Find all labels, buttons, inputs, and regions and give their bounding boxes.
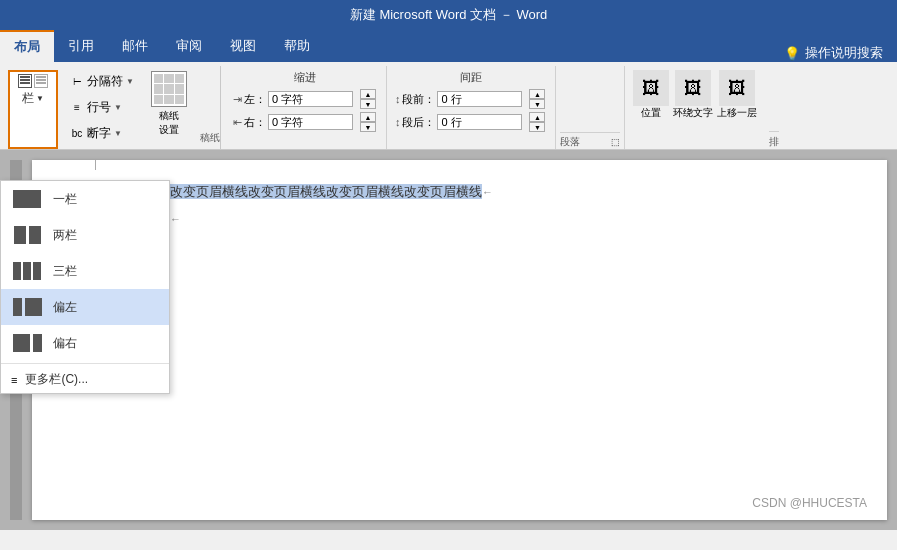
dropdown-item-two-col[interactable]: 两栏 (1, 217, 169, 253)
hyphenation-button[interactable]: bc 断字 ▼ (66, 124, 138, 143)
spacing-after-input[interactable] (437, 114, 522, 130)
paper-group-label: 稿纸 (200, 131, 220, 145)
text-block-selected: 改变页眉横线改变页眉横线改变页眉横线改变页眉横线改变页眉横线← (92, 180, 827, 203)
paragraph-group-label: 段落 (560, 135, 580, 149)
more-cols-icon: ≡ (11, 374, 17, 386)
position-button[interactable]: 🖼 位置 (633, 70, 669, 120)
page-content: 改变页眉横线改变页眉横线改变页眉横线改变页眉横线改变页眉横线← 改变页眉横线← … (92, 180, 827, 347)
right-col-icon (11, 331, 43, 355)
hyphenation-arrow: ▼ (114, 129, 122, 138)
watermark: CSDN @HHUCESTA (752, 496, 867, 510)
tab-bangzhu[interactable]: 帮助 (270, 30, 324, 62)
line-number-arrow: ▼ (114, 103, 122, 112)
columns-button[interactable]: 栏 ▼ (8, 70, 58, 149)
spacing-after-down[interactable]: ▼ (529, 122, 545, 132)
dropdown-item-one-col[interactable]: 一栏 (1, 181, 169, 217)
ribbon-tabs: 布局 引用 邮件 审阅 视图 帮助 💡 操作说明搜索 (0, 30, 897, 62)
arrange-section: 🖼 位置 🖼 环绕文字 🖼 上移一层 (625, 66, 765, 149)
spacing-before-up[interactable]: ▲ (529, 89, 545, 99)
spacing-after-label: ↕段后： (395, 115, 436, 130)
indent-left-up[interactable]: ▲ (360, 89, 376, 99)
dropdown-item-three-col[interactable]: 三栏 (1, 253, 169, 289)
spacing-after-up[interactable]: ▲ (529, 112, 545, 122)
spacing-title: 间距 (395, 70, 548, 85)
hyphenation-icon: bc (70, 127, 84, 141)
position-label: 位置 (641, 106, 661, 120)
columns-label: 栏 (22, 90, 34, 107)
paragraph-mark-5: ← (92, 325, 827, 347)
paper-icon (151, 71, 187, 107)
move-forward-button[interactable]: 🖼 上移一层 (717, 70, 757, 120)
page-setup-items: ⊢ 分隔符 ▼ ≡ 行号 ▼ bc 断字 ▼ (62, 66, 142, 149)
left-col-icon (11, 295, 43, 319)
title-text: 新建 Microsoft Word 文档 － Word (350, 6, 547, 24)
wrap-label: 环绕文字 (673, 106, 713, 120)
indent-right-input[interactable] (268, 114, 353, 130)
indent-right-label: ⇤右： (233, 115, 266, 130)
page-fold (90, 160, 96, 170)
line-number-button[interactable]: ≡ 行号 ▼ (66, 98, 138, 117)
left-col-label: 偏左 (53, 299, 77, 316)
indent-left-label: ⇥左： (233, 92, 266, 107)
tab-yinyong[interactable]: 引用 (54, 30, 108, 62)
search-text: 操作说明搜索 (805, 44, 883, 62)
separator-arrow: ▼ (126, 77, 134, 86)
paper-settings-button[interactable]: 稿纸设置 (142, 66, 196, 149)
paragraph-mark-3: ← (92, 282, 827, 304)
two-col-label: 两栏 (53, 227, 77, 244)
tab-shitu[interactable]: 视图 (216, 30, 270, 62)
spacing-before-down[interactable]: ▼ (529, 99, 545, 109)
tab-shenyu[interactable]: 审阅 (162, 30, 216, 62)
right-col-label: 偏右 (53, 335, 77, 352)
wrap-text-button[interactable]: 🖼 环绕文字 (673, 70, 713, 120)
spacing-section: 间距 ↕段前： ▲ ▼ ↕段后： ▲ ▼ (387, 66, 557, 149)
tab-youjian[interactable]: 邮件 (108, 30, 162, 62)
separator-icon: ⊢ (70, 74, 84, 88)
title-bar: 新建 Microsoft Word 文档 － Word (0, 0, 897, 30)
spacing-before-input[interactable] (437, 91, 522, 107)
paragraph-mark-2: ← (92, 260, 827, 282)
columns-dropdown: 一栏 两栏 三栏 偏左 (0, 180, 170, 394)
dropdown-item-left[interactable]: 偏左 (1, 289, 169, 325)
dropdown-more-cols[interactable]: ≡ 更多栏(C)... (1, 366, 169, 393)
spacing-before-label: ↕段前： (395, 92, 436, 107)
three-col-icon (11, 259, 43, 283)
paragraph-expand-icon[interactable]: ⬚ (611, 137, 620, 147)
search-bar[interactable]: 💡 操作说明搜索 (770, 44, 897, 62)
two-col-icon (11, 223, 43, 247)
dropdown-item-right[interactable]: 偏右 (1, 325, 169, 361)
dropdown-divider (1, 363, 169, 364)
indent-left-input[interactable] (268, 91, 353, 107)
indent-section: 缩进 ⇥左： ▲ ▼ ⇤右： ▲ ▼ (225, 66, 387, 149)
more-cols-label: 更多栏(C)... (25, 371, 88, 388)
line-number-icon: ≡ (70, 100, 84, 114)
indent-left-down[interactable]: ▼ (360, 99, 376, 109)
paragraph-mark-1: ← (92, 239, 827, 261)
three-col-label: 三栏 (53, 263, 77, 280)
indent-right-down[interactable]: ▼ (360, 122, 376, 132)
text-block-selected2: 改变页眉横线← (92, 207, 827, 230)
indent-title: 缩进 (233, 70, 378, 85)
paragraph-mark-4: ← (92, 304, 827, 326)
separator-button[interactable]: ⊢ 分隔符 ▼ (66, 72, 138, 91)
indent-right-up[interactable]: ▲ (360, 112, 376, 122)
one-col-label: 一栏 (53, 191, 77, 208)
one-col-icon (11, 187, 43, 211)
arrange-group-label: 排 (769, 136, 779, 147)
tab-buju[interactable]: 布局 (0, 30, 54, 62)
move-forward-label: 上移一层 (717, 106, 757, 120)
paper-label: 稿纸设置 (159, 109, 179, 137)
ribbon: 栏 ▼ ⊢ 分隔符 ▼ ≡ 行号 ▼ bc 断字 ▼ 稿纸设置 稿纸 (0, 62, 897, 150)
